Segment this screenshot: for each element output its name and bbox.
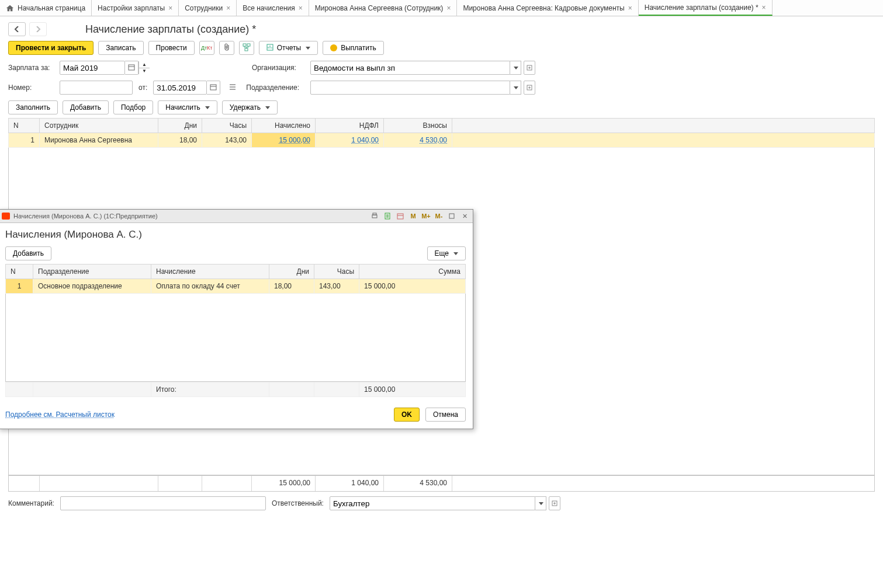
- ndfl-link[interactable]: 1 040,00: [351, 136, 379, 144]
- tab-item[interactable]: Миронова Анна Сергеевна: Кадровые докуме…: [457, 0, 638, 16]
- period-input[interactable]: [60, 61, 125, 75]
- spin-up-icon[interactable]: ▲: [139, 61, 150, 68]
- dept-select[interactable]: [310, 81, 535, 95]
- tab-label: Все начисления: [243, 4, 295, 12]
- fill-button[interactable]: Заполнить: [8, 100, 58, 114]
- memory-mminus[interactable]: M-: [434, 211, 444, 221]
- col-ndfl[interactable]: НДФЛ: [316, 119, 384, 133]
- post-button[interactable]: Провести: [148, 41, 195, 55]
- pick-button[interactable]: Подбор: [113, 100, 153, 114]
- dcol-hours[interactable]: Часы: [314, 265, 359, 279]
- nav-forward-button[interactable]: [29, 22, 47, 36]
- post-and-close-button[interactable]: Провести и закрыть: [8, 41, 94, 55]
- col-days[interactable]: Дни: [158, 119, 202, 133]
- deduct-dropdown[interactable]: Удержать: [222, 100, 278, 114]
- dialog-titlebar[interactable]: Начисления (Миронова А. С.) (1С:Предприя…: [0, 210, 473, 223]
- ok-button[interactable]: OK: [394, 408, 420, 422]
- calendar-icon: [128, 64, 135, 72]
- pay-button[interactable]: Выплатить: [323, 41, 384, 55]
- dialog-add-button[interactable]: Добавить: [5, 246, 51, 260]
- number-input[interactable]: [60, 81, 133, 95]
- close-icon[interactable]: ×: [168, 4, 172, 12]
- dcol-sum[interactable]: Сумма: [359, 265, 466, 279]
- dialog-window-title: Начисления (Миронова А. С.) (1С:Предприя…: [13, 213, 158, 220]
- tab-label: Миронова Анна Сергеевна: Кадровые докуме…: [463, 4, 624, 12]
- details-link[interactable]: Подробнее см. Расчетный листок: [5, 410, 115, 419]
- tab-item[interactable]: Настройки зарплаты×: [92, 0, 179, 16]
- memory-m[interactable]: M: [408, 211, 418, 221]
- col-hours[interactable]: Часы: [202, 119, 252, 133]
- tab-item[interactable]: Все начисления×: [237, 0, 309, 16]
- memory-mplus[interactable]: M+: [421, 211, 431, 221]
- tab-bar: Начальная страница Настройки зарплаты× С…: [0, 0, 883, 16]
- close-icon[interactable]: ×: [446, 4, 451, 12]
- close-icon[interactable]: ×: [628, 4, 632, 12]
- tab-label: Сотрудники: [185, 4, 223, 12]
- table-row[interactable]: 1 Миронова Анна Сергеевна 18,00 143,00 1…: [9, 133, 875, 148]
- close-icon[interactable]: ×: [226, 4, 230, 12]
- tab-item[interactable]: Сотрудники×: [179, 0, 237, 16]
- maximize-icon[interactable]: [447, 211, 456, 221]
- org-select[interactable]: [310, 61, 535, 75]
- open-icon[interactable]: [549, 496, 560, 510]
- chevron-down-icon: [265, 106, 270, 109]
- open-icon[interactable]: [524, 81, 535, 95]
- add-button[interactable]: Добавить: [63, 100, 109, 114]
- open-icon[interactable]: [524, 61, 535, 75]
- chevron-down-icon[interactable]: [535, 496, 546, 510]
- close-icon[interactable]: ×: [299, 4, 303, 12]
- dcol-days[interactable]: Дни: [269, 265, 314, 279]
- tab-label: Начисление зарплаты (создание) *: [645, 4, 759, 12]
- save-button[interactable]: Записать: [98, 41, 143, 55]
- dialog-footer-row: Итого: 15 000,00: [5, 382, 466, 397]
- svg-rect-6: [210, 85, 216, 90]
- col-tax[interactable]: Взносы: [384, 119, 452, 133]
- tax-link[interactable]: 4 530,00: [420, 136, 447, 144]
- responsible-select[interactable]: [330, 496, 560, 510]
- dialog-more-dropdown[interactable]: Еще: [427, 246, 466, 260]
- cancel-button[interactable]: Отмена: [425, 408, 466, 422]
- svg-rect-2: [245, 48, 248, 51]
- print-icon[interactable]: [370, 211, 379, 221]
- tab-label: Начальная страница: [18, 4, 85, 12]
- tab-home[interactable]: Начальная страница: [0, 0, 92, 16]
- comment-input[interactable]: [60, 496, 266, 510]
- report-icon: [266, 44, 273, 53]
- dialog-grid[interactable]: N Подразделение Начисление Дни Часы Сумм…: [5, 264, 466, 294]
- total-ndfl: 1 040,00: [316, 476, 384, 491]
- col-accrued[interactable]: Начислено: [252, 119, 316, 133]
- attach-button[interactable]: [219, 41, 234, 55]
- reports-dropdown[interactable]: Отчеты: [259, 41, 318, 55]
- svg-rect-4: [129, 65, 134, 70]
- dtkt-button[interactable]: ДтКт: [199, 41, 214, 55]
- date-input[interactable]: [153, 81, 207, 95]
- col-n[interactable]: N: [9, 119, 40, 133]
- chevron-down-icon[interactable]: [510, 81, 521, 95]
- col-emp[interactable]: Сотрудник: [40, 119, 158, 133]
- tab-item-active[interactable]: Начисление зарплаты (создание) *×: [639, 0, 773, 16]
- calc-icon[interactable]: [383, 211, 392, 221]
- dept-label: Подразделение:: [246, 83, 304, 92]
- dcol-n[interactable]: N: [6, 265, 33, 279]
- chevron-down-icon[interactable]: [510, 61, 521, 75]
- dcol-dept[interactable]: Подразделение: [33, 265, 151, 279]
- payroll-grid[interactable]: N Сотрудник Дни Часы Начислено НДФЛ Взно…: [8, 118, 875, 148]
- nav-back-button[interactable]: [8, 22, 26, 36]
- accrued-link[interactable]: 15 000,00: [279, 136, 310, 144]
- table-row[interactable]: 1 Основное подразделение Оплата по оклад…: [6, 279, 466, 294]
- calendar-button[interactable]: [207, 81, 220, 95]
- page-title: Начисление зарплаты (создание) *: [85, 23, 256, 36]
- accrue-dropdown[interactable]: Начислить: [158, 100, 217, 114]
- dcol-accrual[interactable]: Начисление: [151, 265, 269, 279]
- number-label: Номер:: [8, 83, 54, 92]
- tab-item[interactable]: Миронова Анна Сергеевна (Сотрудник)×: [309, 0, 458, 16]
- close-icon[interactable]: ×: [762, 4, 766, 12]
- close-icon[interactable]: ✕: [460, 211, 469, 221]
- list-icon[interactable]: [228, 83, 237, 93]
- totals-row: 15 000,00 1 040,00 4 530,00: [8, 475, 875, 492]
- related-button[interactable]: [239, 41, 254, 55]
- calendar-button[interactable]: [125, 61, 138, 75]
- calendar-icon[interactable]: [396, 211, 405, 221]
- spin-down-icon[interactable]: ▼: [139, 68, 150, 75]
- period-spinner[interactable]: ▲▼: [138, 61, 150, 74]
